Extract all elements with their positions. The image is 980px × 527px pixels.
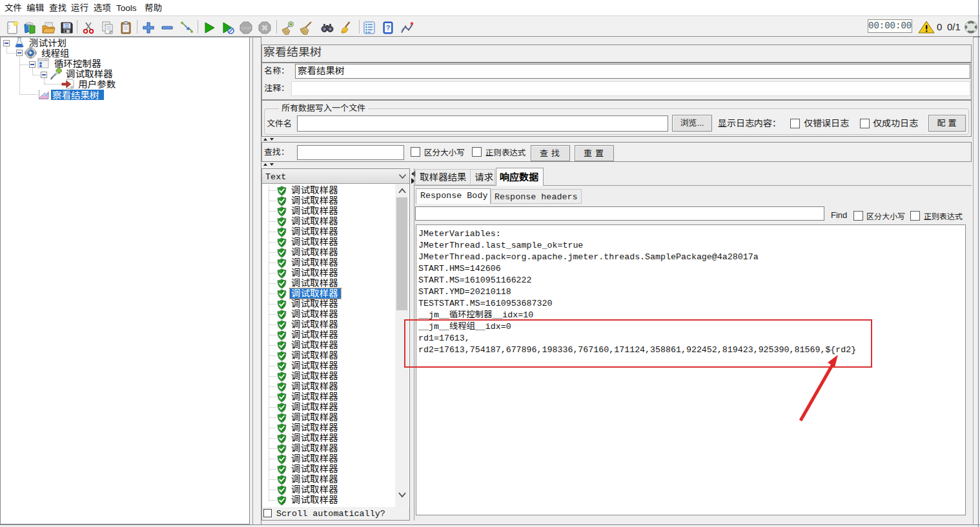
svg-text:STOP: STOP	[241, 26, 251, 30]
svg-text:?: ?	[386, 24, 391, 32]
